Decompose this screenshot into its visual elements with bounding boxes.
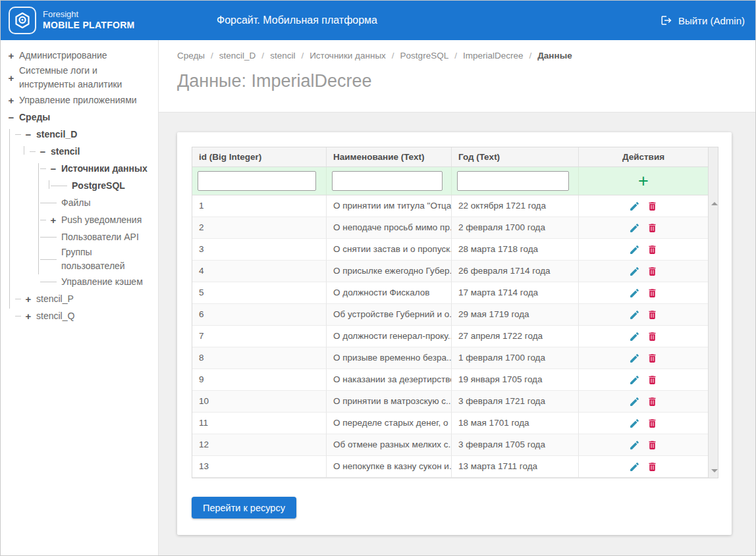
breadcrumb-item[interactable]: Источники данных [310,51,386,61]
filter-input-id[interactable] [198,171,316,191]
cell-id: 1 [192,195,327,217]
collapse-minus-icon[interactable]: − [38,145,48,159]
edit-pencil-icon[interactable] [629,331,640,342]
table-scrollbar[interactable] [708,147,718,478]
breadcrumb-separator: / [392,51,394,61]
scroll-up-arrow[interactable] [709,199,720,208]
sidebar-item-data-sources[interactable]: −Источники данных [1,160,158,177]
expand-plus-icon[interactable]: + [6,49,16,63]
table-rows-area: 1О принятии им титула "Отца...22 октября… [192,195,708,478]
cell-name: О должности Фискалов [327,282,452,304]
cell-year: 28 марта 1718 года [452,239,579,261]
tree-connector-line [40,282,57,282]
sidebar-item-administration[interactable]: +Администрирование [1,47,158,64]
edit-pencil-icon[interactable] [629,418,640,429]
cell-year: 22 октября 1721 года [452,195,579,217]
tree-connector-line [30,151,36,152]
cell-actions [579,434,708,456]
delete-trash-icon[interactable] [647,309,658,320]
cell-actions [579,326,708,347]
edit-pencil-icon[interactable] [629,288,640,299]
cell-id: 12 [192,434,327,456]
cell-year: 18 мая 1701 года [452,413,579,434]
sidebar-item-user-groups[interactable]: Группы пользователей [1,245,158,273]
sidebar-item-api-users[interactable]: Пользователи API [1,228,158,245]
sidebar-item-label: Управление приложениями [19,93,142,107]
breadcrumb-item[interactable]: stencil [270,51,295,61]
go-to-resource-button[interactable]: Перейти к ресурсу [192,497,296,518]
breadcrumb-item[interactable]: stencil_D [219,51,256,61]
sidebar-item-stencil-p[interactable]: +stencil_P [1,290,158,307]
cell-id: 3 [192,239,327,261]
delete-trash-icon[interactable] [647,244,658,255]
sidebar-item-label: Среды [19,111,55,124]
cell-actions [579,217,708,239]
logout-button[interactable]: Выйти (Admin) [661,1,745,40]
collapse-minus-icon[interactable]: − [6,111,16,124]
edit-pencil-icon[interactable] [629,309,640,320]
edit-pencil-icon[interactable] [629,222,640,234]
expand-plus-icon[interactable]: + [48,213,59,227]
edit-pencil-icon[interactable] [629,374,640,386]
delete-trash-icon[interactable] [647,331,658,342]
sidebar-nav-tree: +Администрирование+Системные логи и инст… [1,40,159,555]
cell-id: 9 [192,369,327,391]
expand-plus-icon[interactable]: + [6,93,16,107]
cell-id: 4 [192,261,327,282]
sidebar-item-label: Push уведомления [61,213,147,227]
sidebar-item-postgresql[interactable]: PostgreSQL [1,177,158,194]
sidebar-item-push-notifications[interactable]: +Push уведомления [1,211,158,228]
delete-trash-icon[interactable] [647,353,658,364]
tree-connector-line [24,146,24,155]
foresight-logo-icon [9,7,36,34]
delete-trash-icon[interactable] [647,374,658,386]
edit-pencil-icon[interactable] [629,244,640,255]
delete-trash-icon[interactable] [647,288,658,299]
cell-name: Об отмене разных мелких с... [327,434,452,456]
expand-plus-icon[interactable]: + [6,71,16,85]
edit-pencil-icon[interactable] [629,266,640,277]
cell-name: О непокупке в казну сукон и... [327,456,452,478]
delete-trash-icon[interactable] [647,222,658,234]
sidebar-item-files[interactable]: Файлы [1,194,158,211]
breadcrumb-item[interactable]: ImperialDecree [463,51,524,61]
edit-pencil-icon[interactable] [629,201,640,212]
scroll-down-arrow[interactable] [709,466,720,475]
sidebar-item-stencil-d[interactable]: −stencil_D [1,126,158,143]
delete-trash-icon[interactable] [647,440,658,451]
delete-trash-icon[interactable] [647,201,658,212]
delete-trash-icon[interactable] [647,396,658,407]
sidebar-item-label: Источники данных [61,162,153,176]
edit-pencil-icon[interactable] [629,353,640,364]
sidebar-item-label: PostgreSQL [72,179,130,193]
edit-pencil-icon[interactable] [629,461,640,472]
breadcrumb-item[interactable]: Среды [177,51,205,61]
collapse-minus-icon[interactable]: − [48,162,59,176]
tree-connector-line [15,299,21,299]
tree-connector-line [40,168,46,169]
breadcrumb-item[interactable]: PostgreSQL [400,51,449,61]
sidebar-item-environments[interactable]: −Среды [1,109,158,126]
delete-trash-icon[interactable] [647,266,658,277]
cell-id: 13 [192,456,327,478]
sidebar-item-cache-management[interactable]: Управление кэшем [1,273,158,290]
sidebar-item-stencil-q[interactable]: +stencil_Q [1,307,158,324]
column-header-name[interactable]: Наименование (Text) [327,147,452,167]
delete-trash-icon[interactable] [647,418,658,429]
sidebar-item-app-management[interactable]: +Управление приложениями [1,91,158,109]
breadcrumb-separator: / [529,51,531,61]
column-header-year[interactable]: Год (Text) [452,147,579,167]
column-header-id[interactable]: id (Big Integer) [192,147,327,167]
collapse-minus-icon[interactable]: − [23,128,34,141]
cell-id: 8 [192,347,327,369]
cell-actions [579,347,708,369]
expand-plus-icon[interactable]: + [23,309,34,323]
expand-plus-icon[interactable]: + [23,292,34,306]
edit-pencil-icon[interactable] [629,440,640,451]
edit-pencil-icon[interactable] [629,396,640,407]
delete-trash-icon[interactable] [647,461,658,472]
sidebar-item-system-logs[interactable]: +Системные логи и инструменты аналитики [1,64,158,91]
filter-input-name[interactable] [332,171,443,191]
add-row-button[interactable]: + [638,172,649,190]
filter-input-year[interactable] [457,171,569,191]
